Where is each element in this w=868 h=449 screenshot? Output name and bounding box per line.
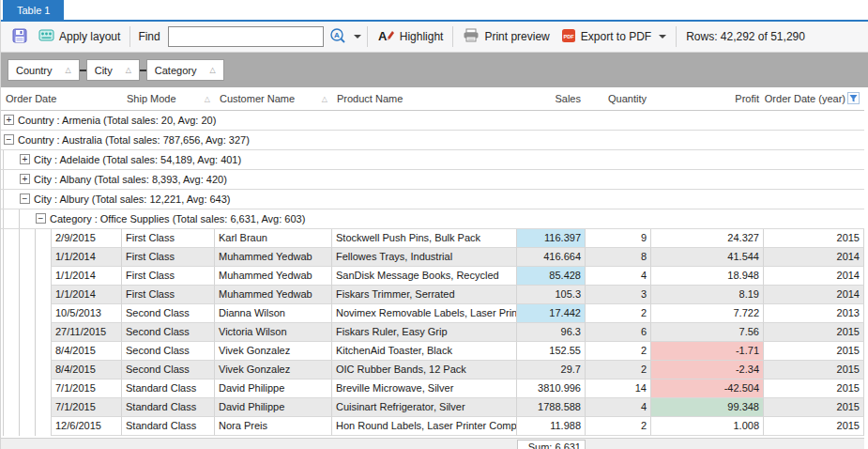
cell-ship-mode[interactable]: Standard Class [122,417,215,436]
cell-quantity[interactable]: 4 [586,398,651,417]
find-options-button[interactable]: A [324,24,363,50]
cell-profit[interactable]: -42.504 [651,379,764,398]
table-row[interactable]: 1/1/2014First ClassMuhammed YedwabFellow… [1,248,864,267]
cell-product-name[interactable]: Fiskars Trimmer, Serrated [332,286,517,304]
cell-ship-mode[interactable]: Second Class [122,304,215,323]
cell-customer-name[interactable]: Karl Braun [215,229,332,248]
cell-customer-name[interactable]: Victoria Wilson [215,323,332,342]
cell-order-date[interactable]: 7/1/2015 [51,379,122,398]
cell-sales[interactable]: 152.55 [517,342,586,361]
cell-product-name[interactable]: Fiskars Ruler, Easy Grip [332,323,517,342]
cell-order-date[interactable]: 1/1/2014 [51,248,122,267]
table-row[interactable]: 7/1/2015Standard ClassDavid PhilippeBrev… [1,379,864,398]
cell-product-name[interactable]: Stockwell Push Pins, Bulk Pack [332,229,517,248]
cell-order-year[interactable]: 2015 [764,417,864,436]
column-header-quantity[interactable]: Quantity [586,87,651,110]
save-button[interactable] [7,25,33,49]
cell-profit[interactable]: 24.327 [651,229,764,248]
cell-customer-name[interactable]: Muhammed Yedwab [215,286,332,304]
table-row[interactable]: 2/9/2015First ClassKarl BraunStockwell P… [1,229,864,248]
export-pdf-button[interactable]: PDF Export to PDF [556,25,672,49]
cell-order-date[interactable]: 27/11/2015 [51,323,122,342]
cell-order-year[interactable]: 2014 [764,286,864,304]
highlight-button[interactable]: A Highlight [372,25,449,49]
cell-order-date[interactable]: 12/6/2015 [51,417,122,436]
table-row[interactable]: 8/4/2015Second ClassVivek GonzalezOIC Ru… [1,361,864,379]
table-row[interactable]: 1/1/2014First ClassMuhammed YedwabFiskar… [1,286,864,304]
cell-sales[interactable]: 11.988 [517,417,586,436]
cell-product-name[interactable]: Breville Microwave, Silver [332,379,517,398]
table-row[interactable]: 10/5/2013Second ClassDianna WilsonNovime… [1,304,864,323]
cell-order-date[interactable]: 8/4/2015 [51,342,122,361]
cell-profit[interactable]: 99.348 [651,398,764,417]
cell-ship-mode[interactable]: First Class [122,267,215,286]
cell-profit[interactable]: 7.56 [651,323,764,342]
cell-customer-name[interactable]: Dianna Wilson [215,304,332,323]
cell-sales[interactable]: 3810.996 [517,379,586,398]
cell-quantity[interactable]: 9 [586,229,651,248]
cell-order-date[interactable]: 7/1/2015 [51,398,122,417]
column-header-customer-name[interactable]: Customer Name△ [215,87,332,110]
cell-sales[interactable]: 105.3 [517,286,586,304]
expand-icon[interactable]: + [20,174,30,184]
cell-customer-name[interactable]: David Philippe [215,398,332,417]
cell-quantity[interactable]: 4 [586,267,651,286]
cell-ship-mode[interactable]: First Class [122,286,215,304]
cell-quantity[interactable]: 3 [586,286,651,304]
cell-product-name[interactable]: KitchenAid Toaster, Black [332,342,517,361]
filter-icon[interactable] [847,92,860,106]
cell-product-name[interactable]: Cuisinart Refrigerator, Silver [332,398,517,417]
collapse-icon[interactable]: − [20,194,30,204]
table-row[interactable]: 1/1/2014First ClassMuhammed YedwabSanDis… [1,267,864,286]
cell-sales[interactable]: 416.664 [517,248,586,267]
cell-order-year[interactable]: 2015 [764,398,864,417]
group-chip-city[interactable]: City△ [86,59,140,81]
cell-quantity[interactable]: 2 [586,417,651,436]
cell-ship-mode[interactable]: Standard Class [122,398,215,417]
cell-customer-name[interactable]: Nora Preis [215,417,332,436]
cell-quantity[interactable]: 2 [586,304,651,323]
tab-table-1[interactable]: Table 1 [3,0,64,20]
cell-profit[interactable]: 8.19 [651,286,764,304]
column-header-sales[interactable]: Sales [517,87,586,110]
column-header-ship-mode[interactable]: Ship Mode△ [122,87,215,110]
group-row[interactable]: +City : Adelaide (Total sales: 54,189, A… [1,150,864,170]
cell-sales[interactable]: 29.7 [517,361,586,379]
cell-product-name[interactable]: Hon Round Labels, Laser Printer Comp [332,417,517,436]
cell-quantity[interactable]: 2 [586,342,651,361]
cell-profit[interactable]: 7.722 [651,304,764,323]
cell-ship-mode[interactable]: Second Class [122,342,215,361]
column-header-order-date[interactable]: Order Date [1,87,122,110]
cell-product-name[interactable]: SanDisk Message Books, Recycled [332,267,517,286]
cell-sales[interactable]: 85.428 [517,267,586,286]
cell-customer-name[interactable]: Muhammed Yedwab [215,267,332,286]
cell-order-year[interactable]: 2015 [764,379,864,398]
cell-ship-mode[interactable]: Second Class [122,361,215,379]
expand-icon[interactable]: + [20,154,30,164]
cell-sales[interactable]: 1788.588 [517,398,586,417]
column-header-profit[interactable]: Profit [651,87,764,110]
cell-order-year[interactable]: 2015 [764,361,864,379]
cell-customer-name[interactable]: Vivek Gonzalez [215,342,332,361]
collapse-icon[interactable]: − [4,134,14,145]
cell-order-date[interactable]: 1/1/2014 [51,267,122,286]
cell-profit[interactable]: 1.008 [651,417,764,436]
group-row[interactable]: −Category : Office Supplies (Total sales… [1,209,864,229]
cell-profit[interactable]: 18.948 [651,267,764,286]
cell-profit[interactable]: -2.34 [651,361,764,379]
cell-order-year[interactable]: 2014 [764,267,864,286]
cell-order-year[interactable]: 2015 [764,323,864,342]
print-preview-button[interactable]: Print preview [457,25,555,48]
cell-product-name[interactable]: OIC Rubber Bands, 12 Pack [332,361,517,379]
column-header-product-name[interactable]: Product Name [332,87,517,110]
cell-product-name[interactable]: Fellowes Trays, Industrial [332,248,517,267]
column-header-order-date-year-[interactable]: Order Date (year) [764,87,864,110]
cell-quantity[interactable]: 6 [586,323,651,342]
group-row[interactable]: −City : Albury (Total sales: 12,221, Avg… [1,190,864,209]
group-row[interactable]: +Country : Armenia (Total sales: 20, Avg… [1,111,864,131]
table-row[interactable]: 7/1/2015Standard ClassDavid PhilippeCuis… [1,398,864,417]
cell-profit[interactable]: -1.71 [651,342,764,361]
cell-ship-mode[interactable]: First Class [122,229,215,248]
cell-order-year[interactable]: 2015 [764,342,864,361]
apply-layout-button[interactable]: Apply layout [33,25,126,48]
